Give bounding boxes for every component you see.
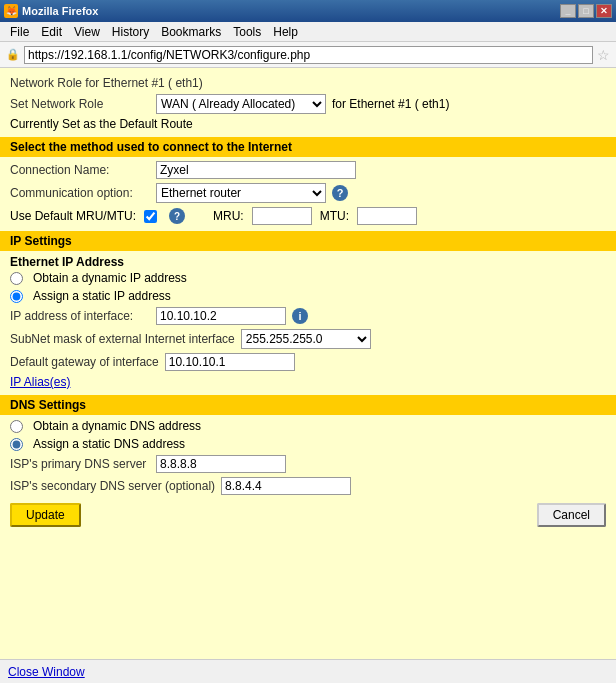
ip-settings-header: IP Settings	[0, 231, 616, 251]
assign-static-dns-label: Assign a static DNS address	[33, 437, 185, 451]
window-controls[interactable]: _ □ ✕	[560, 4, 612, 18]
minimize-button[interactable]: _	[560, 4, 576, 18]
assign-static-dns-row: Assign a static DNS address	[10, 437, 606, 451]
menu-file[interactable]: File	[4, 23, 35, 41]
menu-view[interactable]: View	[68, 23, 106, 41]
mru-label: MRU:	[213, 209, 244, 223]
close-button[interactable]: ✕	[596, 4, 612, 18]
cancel-button[interactable]: Cancel	[537, 503, 606, 527]
ip-alias-link[interactable]: IP Alias(es)	[10, 375, 70, 389]
ip-address-row: IP address of interface: i	[10, 307, 606, 325]
titlebar: 🦊 Mozilla Firefox _ □ ✕	[0, 0, 616, 22]
menu-tools[interactable]: Tools	[227, 23, 267, 41]
connection-section-header: Select the method used to connect to the…	[0, 137, 616, 157]
default-route-row: Currently Set as the Default Route	[10, 117, 606, 131]
firefox-icon: 🦊	[4, 4, 18, 18]
menu-history[interactable]: History	[106, 23, 155, 41]
primary-dns-input[interactable]	[156, 455, 286, 473]
mtu-input[interactable]	[357, 207, 417, 225]
menubar: File Edit View History Bookmarks Tools H…	[0, 22, 616, 42]
default-gateway-label: Default gateway of interface	[10, 355, 159, 369]
secondary-dns-label: ISP's secondary DNS server (optional)	[10, 479, 215, 493]
communication-option-label: Communication option:	[10, 186, 150, 200]
dns-settings-header: DNS Settings	[0, 395, 616, 415]
network-role-section-title: Network Role for Ethernet #1 ( eth1)	[10, 76, 606, 90]
obtain-dynamic-label: Obtain a dynamic IP address	[33, 271, 187, 285]
secondary-dns-input[interactable]	[221, 477, 351, 495]
secondary-dns-row: ISP's secondary DNS server (optional)	[10, 477, 606, 495]
ip-address-label: IP address of interface:	[10, 309, 150, 323]
ethernet-ip-header: Ethernet IP Address	[10, 255, 606, 269]
communication-option-select[interactable]: Ethernet router PPPoE PPTP Static IP	[156, 183, 326, 203]
action-buttons-row: Update Cancel	[10, 503, 606, 527]
update-button[interactable]: Update	[10, 503, 81, 527]
ip-address-input[interactable]	[156, 307, 286, 325]
use-default-mru-label: Use Default MRU/MTU:	[10, 209, 136, 223]
menu-edit[interactable]: Edit	[35, 23, 68, 41]
assign-static-label: Assign a static IP address	[33, 289, 171, 303]
subnet-mask-row: SubNet mask of external Internet interfa…	[10, 329, 606, 349]
maximize-button[interactable]: □	[578, 4, 594, 18]
obtain-dynamic-dns-radio[interactable]	[10, 420, 23, 433]
use-default-mru-checkbox[interactable]	[144, 210, 157, 223]
connection-name-input[interactable]	[156, 161, 356, 179]
mru-mtu-row: Use Default MRU/MTU: ? MRU: MTU:	[10, 207, 606, 225]
subnet-mask-select[interactable]: 255.255.255.0 255.255.0.0 255.0.0.0	[241, 329, 371, 349]
bookmark-star-icon[interactable]: ☆	[597, 47, 610, 63]
subnet-mask-label: SubNet mask of external Internet interfa…	[10, 332, 235, 346]
for-eth-label: for Ethernet #1 ( eth1)	[332, 97, 449, 111]
mru-input[interactable]	[252, 207, 312, 225]
set-role-label: Set Network Role	[10, 97, 150, 111]
communication-help-icon[interactable]: ?	[332, 185, 348, 201]
default-gateway-input[interactable]	[165, 353, 295, 371]
menu-help[interactable]: Help	[267, 23, 304, 41]
menu-bookmarks[interactable]: Bookmarks	[155, 23, 227, 41]
obtain-dynamic-radio[interactable]	[10, 272, 23, 285]
ip-info-icon[interactable]: i	[292, 308, 308, 324]
ip-alias-row: IP Alias(es)	[10, 375, 606, 389]
assign-static-ip-row: Assign a static IP address	[10, 289, 606, 303]
addressbar: 🔒 ☆	[0, 42, 616, 68]
obtain-dynamic-dns-row: Obtain a dynamic DNS address	[10, 419, 606, 433]
primary-dns-label: ISP's primary DNS server	[10, 457, 150, 471]
communication-option-row: Communication option: Ethernet router PP…	[10, 183, 606, 203]
connection-name-row: Connection Name:	[10, 161, 606, 179]
obtain-dynamic-dns-label: Obtain a dynamic DNS address	[33, 419, 201, 433]
statusbar: Close Window	[0, 659, 616, 683]
lock-icon: 🔒	[6, 48, 20, 61]
connection-name-label: Connection Name:	[10, 163, 150, 177]
assign-static-dns-radio[interactable]	[10, 438, 23, 451]
obtain-dynamic-ip-row: Obtain a dynamic IP address	[10, 271, 606, 285]
mru-help-icon[interactable]: ?	[169, 208, 185, 224]
mtu-label: MTU:	[320, 209, 349, 223]
wan-select[interactable]: WAN ( Already Allocated)	[156, 94, 326, 114]
close-window-link[interactable]: Close Window	[8, 665, 85, 679]
network-role-row: Set Network Role WAN ( Already Allocated…	[10, 94, 606, 114]
default-route-label: Currently Set as the Default Route	[10, 117, 193, 131]
default-gateway-row: Default gateway of interface	[10, 353, 606, 371]
url-input[interactable]	[24, 46, 593, 64]
window-title: Mozilla Firefox	[22, 5, 560, 17]
assign-static-radio[interactable]	[10, 290, 23, 303]
main-content: Network Role for Ethernet #1 ( eth1) Set…	[0, 68, 616, 659]
primary-dns-row: ISP's primary DNS server	[10, 455, 606, 473]
